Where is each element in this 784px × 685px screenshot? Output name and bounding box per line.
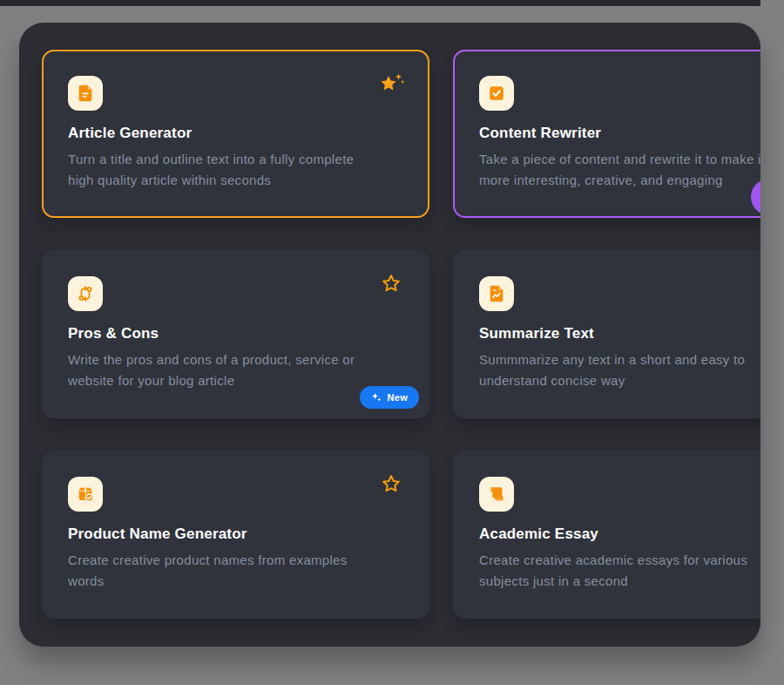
card-title: Article Generator [68,124,403,143]
tool-card-academic-essay[interactable]: Academic Essay Create creative academic … [453,451,760,619]
document-icon [76,84,95,103]
card-description: Write the pros and cons of a product, se… [68,349,403,391]
checkbox-icon [487,84,506,103]
tool-icon-tile [479,76,514,111]
tool-card-content-rewriter[interactable]: Content Rewriter Take a piece of content… [453,50,760,218]
card-title: Academic Essay [479,525,760,544]
card-title: Content Rewriter [479,124,760,143]
tool-card-summarize-text[interactable]: Summarize Text Summmarize any text in a … [453,250,760,418]
tools-panel: Article Generator Turn a title and outli… [19,23,760,647]
sparkles-icon [371,392,382,403]
tool-icon-tile [68,276,103,311]
tools-grid: Article Generator Turn a title and outli… [42,50,760,619]
card-title: Product Name Generator [68,525,403,544]
card-description: Summmarize any text in a short and easy … [479,349,760,391]
tool-icon-tile [479,477,514,512]
star-filled-sparkles-icon [377,72,405,97]
swap-arrows-icon [76,284,95,303]
tool-icon-tile [68,76,103,111]
star-outline-icon [381,473,402,494]
card-title: Summarize Text [479,324,760,343]
card-title: Pros & Cons [68,324,403,343]
card-description: Turn a title and outline text into a ful… [68,149,403,191]
favorite-star-button[interactable] [377,72,405,97]
star-outline-icon [381,273,402,294]
tool-card-article-generator[interactable]: Article Generator Turn a title and outli… [42,50,429,218]
new-badge-label: New [387,392,408,403]
card-description: Take a piece of content and rewrite it t… [479,149,760,191]
card-description: Create creative academic essays for vari… [479,550,760,592]
document-chart-icon [487,284,506,303]
top-strip [0,0,760,6]
favorite-star-button[interactable] [377,473,405,498]
scroll-icon [487,485,506,504]
new-badge: New [360,386,419,409]
tool-icon-tile [479,276,514,311]
tool-card-product-name-generator[interactable]: Product Name Generator Create creative p… [42,451,429,619]
tool-icon-tile [68,477,103,512]
tool-card-pros-cons[interactable]: Pros & Cons Write the pros and cons of a… [42,250,429,418]
package-check-icon [76,485,95,504]
card-description: Create creative product names from examp… [68,550,403,592]
favorite-star-button[interactable] [377,273,405,297]
